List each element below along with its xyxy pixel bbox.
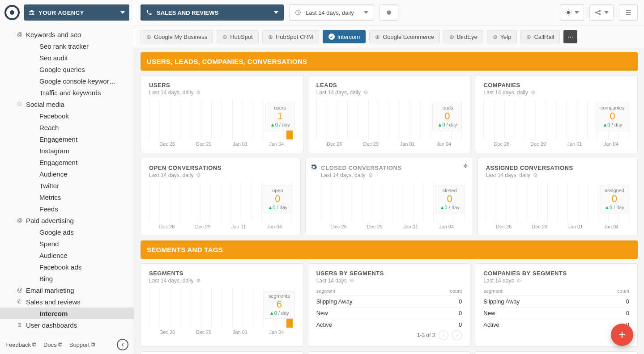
tab-label: Google My Business [154, 34, 207, 40]
nav-item[interactable]: Intercom [0, 308, 134, 319]
move-icon[interactable]: ✥ [463, 163, 468, 169]
nav-group[interactable]: @Email marketing [0, 284, 134, 296]
table-card-users_by_segments: USERS BY SEGMENTSLast 14 days ⚙segmentco… [308, 263, 471, 347]
stat-box: segments6▲0 / day [264, 291, 295, 319]
gear-icon[interactable]: ⚙ [368, 172, 373, 178]
tabs-more-button[interactable]: ⋯ [563, 30, 577, 43]
card-subtitle: Last 14 days, daily ⚙ [149, 89, 295, 96]
pager-prev[interactable]: ‹ [439, 330, 448, 340]
fab-add-button[interactable]: + [611, 324, 633, 346]
bank-icon [29, 9, 35, 16]
nav-group-label: Email marketing [26, 287, 74, 294]
card-title: COMPANIES BY SEGMENTS [483, 270, 629, 277]
nav-item[interactable]: Google ads [0, 226, 134, 238]
metric-card-open: OPEN CONVERSATIONSLast 14 days, daily ⚙o… [141, 158, 301, 236]
stat-label: users [270, 105, 290, 110]
nav-item[interactable]: Seo audit [0, 52, 134, 63]
stat-delta: ▲0 / day [605, 205, 624, 210]
support-link[interactable]: Support ⧉ [69, 341, 95, 348]
collapse-sidebar-button[interactable] [117, 339, 128, 350]
metric-card-companies: COMPANIESLast 14 days, daily ⚙companies0… [475, 75, 638, 153]
@-icon: @ [17, 217, 23, 223]
external-icon: ⧉ [32, 341, 36, 348]
plus-circle-icon: ⊕ [375, 34, 380, 40]
gear-icon[interactable]: ⚙ [531, 89, 536, 96]
table-head: segmentcount [316, 288, 462, 295]
nav-item[interactable]: Traffic and keywords [0, 87, 134, 98]
svg-point-3 [599, 10, 601, 12]
gear-icon[interactable]: ⚙ [516, 278, 521, 284]
pager-next[interactable]: › [452, 330, 462, 340]
nav-item[interactable]: Audience [0, 168, 134, 180]
gear-icon[interactable]: ⚙ [363, 89, 368, 96]
stat-box: assigned0▲0 / day [600, 185, 629, 213]
nav-group[interactable]: @Keywords and seo [0, 29, 134, 40]
nav-item[interactable]: Facebook [0, 110, 134, 122]
date-range-picker[interactable]: Last 14 days, daily [289, 4, 374, 21]
theme-button[interactable] [560, 4, 584, 21]
gear-icon[interactable] [310, 164, 317, 171]
nav-group-label: User dashboards [26, 321, 77, 329]
card-title: ASSIGNED CONVERSATIONS [486, 164, 629, 171]
integration-tab[interactable]: ⊕Yelp [487, 30, 517, 43]
feedback-link[interactable]: Feedback ⧉ [5, 341, 36, 348]
section-header-1: USERS, LEADS, COMPANIES, CONVERSATIONS [141, 52, 638, 71]
nav-item[interactable]: Google console keywor… [0, 75, 134, 87]
stat-box: closed0▲0 / day [435, 185, 465, 213]
nav-item[interactable]: Audience [0, 249, 134, 261]
nav-item[interactable]: Google queries [0, 63, 134, 75]
nav-item[interactable]: Reach [0, 122, 134, 133]
share-button[interactable] [589, 4, 614, 21]
gear-icon[interactable]: ⚙ [196, 172, 201, 178]
nav-item[interactable]: Metrics [0, 191, 134, 203]
x-axis: Dec 26Dec 29Jan 01Jan 04 [149, 329, 295, 335]
@-icon: @ [17, 31, 23, 38]
nav-group-label: Sales and reviews [26, 298, 81, 306]
card-title: CLOSED CONVERSATIONS [321, 164, 464, 171]
nav-item[interactable]: Facebook ads [0, 261, 134, 273]
nav-item[interactable]: Engagement [0, 133, 134, 145]
nav-item[interactable]: Instagram [0, 145, 134, 156]
docs-link[interactable]: Docs ⧉ [43, 341, 62, 348]
integration-tab[interactable]: Intercom [323, 30, 366, 43]
section-dropdown[interactable]: SALES AND REVIEWS [141, 4, 284, 21]
nav-item[interactable]: Bing [0, 273, 134, 284]
nav-item[interactable]: Engagement [0, 156, 134, 168]
metric-card-segments: SEGMENTSLast 14 days, daily ⚙segments6▲0… [141, 263, 303, 347]
nav-group[interactable]: 🗎User dashboards [0, 319, 134, 331]
nav-group[interactable]: ✆Sales and reviews [0, 296, 134, 308]
nav-item[interactable]: Seo rank tracker [0, 40, 134, 52]
integration-tab[interactable]: ⊕HubSpot [217, 30, 259, 43]
agency-dropdown[interactable]: YOUR AGENCY [24, 4, 129, 21]
external-icon: ⧉ [91, 341, 95, 348]
integration-tab[interactable]: ⊕CallRail [520, 30, 560, 43]
stat-label: open [268, 188, 287, 193]
nav-group[interactable]: ⚇Social media [0, 98, 134, 110]
phone-icon [146, 9, 152, 16]
table-row: Slipping Away0 [316, 295, 462, 307]
nav-item[interactable]: Spend [0, 238, 134, 249]
card-title: LEADS [316, 82, 462, 88]
card-subtitle: Last 14 days, daily ⚙ [316, 89, 462, 96]
integrations-button[interactable] [380, 4, 398, 21]
nav-item[interactable]: Twitter [0, 180, 134, 191]
stat-value: 6 [269, 299, 290, 309]
nav: @Keywords and seoSeo rank trackerSeo aud… [0, 25, 134, 335]
table-row: Active0 [483, 319, 629, 330]
integration-tab[interactable]: ⊕Google Ecommerce [369, 30, 440, 43]
integration-tab[interactable]: ⊕Google My Business [141, 30, 213, 43]
nav-item[interactable]: Feeds [0, 203, 134, 215]
integration-tab[interactable]: ⊕HubSpot CRM [262, 30, 319, 43]
gear-icon[interactable]: ⚙ [350, 278, 354, 284]
gear-icon[interactable]: ⚙ [196, 278, 201, 284]
plus-circle-icon: ⊕ [493, 34, 498, 40]
stat-delta: ▲0 / day [440, 205, 460, 210]
menu-button[interactable] [619, 4, 638, 21]
doc-icon: 🗎 [17, 322, 23, 328]
integration-tab[interactable]: ⊕BirdEye [444, 30, 483, 43]
gear-icon[interactable]: ⚙ [533, 172, 538, 178]
nav-group[interactable]: @Paid advertising [0, 215, 134, 226]
metric-card-leads: LEADSLast 14 days, daily ⚙leads0▲0 / day… [308, 75, 471, 153]
tab-label: HubSpot CRM [276, 34, 313, 40]
gear-icon[interactable]: ⚙ [196, 89, 201, 96]
